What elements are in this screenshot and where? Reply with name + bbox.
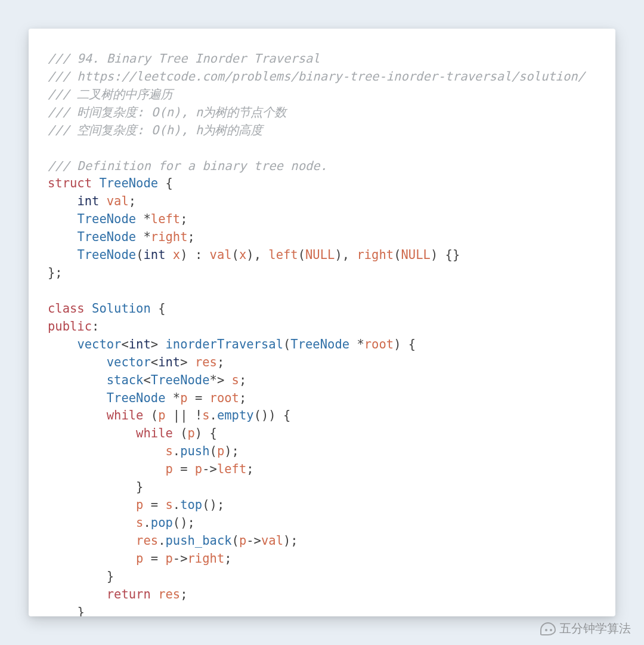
punct: } <box>77 605 84 616</box>
comment-line: /// 空间复杂度: O(h), h为树的高度 <box>48 123 262 137</box>
punct: . <box>173 444 180 458</box>
id-s: s <box>232 373 239 387</box>
punct: , <box>342 248 349 262</box>
punct: ; <box>290 533 298 548</box>
op-arrow: -> <box>173 551 188 566</box>
kw-int: int <box>158 355 180 369</box>
type-treenode: TreeNode <box>99 176 158 190</box>
punct: . <box>210 408 217 422</box>
id-left: left <box>217 462 246 476</box>
punct: ) <box>335 248 342 262</box>
id-right: right <box>188 551 225 566</box>
punct: ( <box>283 337 290 351</box>
op-star: * <box>357 337 364 351</box>
type-solution: Solution <box>92 301 151 316</box>
kw-int: int <box>129 337 151 351</box>
id-p: p <box>165 462 172 476</box>
comment-line: /// https://leetcode.com/problems/binary… <box>48 69 585 84</box>
punct: ; <box>232 444 239 458</box>
op-eq: = <box>151 551 158 566</box>
kw-return: return <box>107 587 151 601</box>
id-x: x <box>239 248 246 262</box>
id-right: right <box>357 248 394 262</box>
punct: } <box>136 480 143 494</box>
id-res: res <box>158 587 180 601</box>
id-val: val <box>210 248 232 262</box>
kw-public: public <box>48 319 92 334</box>
kw-class: class <box>48 301 85 316</box>
kw-while: while <box>136 426 173 440</box>
op-not: ! <box>195 408 202 422</box>
punct: ) <box>180 248 187 262</box>
punct: ; <box>239 373 246 387</box>
type-treenode: TreeNode <box>77 248 136 262</box>
code-card: /// 94. Binary Tree Inorder Traversal //… <box>29 29 615 616</box>
punct: () <box>173 516 188 530</box>
punct: ; <box>217 498 224 512</box>
punct: > <box>217 373 224 387</box>
punct: . <box>143 516 150 530</box>
type-treenode: TreeNode <box>77 230 136 244</box>
id-x: x <box>173 248 180 262</box>
id-right: right <box>151 230 188 244</box>
type-stack: stack <box>107 373 144 387</box>
op-arrow: -> <box>246 533 261 548</box>
op-star: * <box>173 391 180 405</box>
punct: () <box>202 498 217 512</box>
id-p: p <box>158 408 165 422</box>
punct: < <box>121 337 128 351</box>
punct: ; <box>129 194 136 208</box>
punct: > <box>151 337 158 351</box>
watermark: 五分钟学算法 <box>540 621 631 637</box>
id-p: p <box>217 444 224 458</box>
id-left: left <box>268 248 298 262</box>
id-p: p <box>165 551 172 566</box>
op-eq: = <box>180 462 187 476</box>
punct: ; <box>217 355 224 369</box>
fn-pop: pop <box>151 516 173 530</box>
fn-inorder: inorderTraversal <box>166 337 283 351</box>
type-vector: vector <box>107 355 151 369</box>
punct: }; <box>48 266 63 280</box>
op-eq: = <box>151 498 158 512</box>
punct: { <box>283 408 290 422</box>
fn-empty: empty <box>217 408 254 422</box>
punct: ) <box>394 337 401 351</box>
kw-while: while <box>107 408 144 422</box>
id-val: val <box>107 194 129 208</box>
punct: ( <box>210 444 217 458</box>
type-treenode: TreeNode <box>77 212 136 226</box>
punct: > <box>180 355 187 369</box>
punct: ) <box>246 248 253 262</box>
punct: ; <box>224 551 231 566</box>
punct: ( <box>180 426 187 440</box>
id-p: p <box>136 551 143 566</box>
kw-struct: struct <box>48 176 92 190</box>
punct: ( <box>136 248 143 262</box>
punct: ; <box>180 587 187 601</box>
op-star: * <box>210 373 217 387</box>
null-literal: NULL <box>305 248 335 262</box>
punct: ) <box>195 426 202 440</box>
speech-bubble-icon <box>540 622 556 635</box>
punct: < <box>143 373 150 387</box>
id-res: res <box>136 533 158 548</box>
id-p: p <box>188 426 195 440</box>
id-p: p <box>239 533 246 548</box>
id-s: s <box>165 498 172 512</box>
punct: : <box>92 319 99 334</box>
punct: , <box>254 248 261 262</box>
punct: ; <box>246 462 253 476</box>
op-eq: = <box>195 391 202 405</box>
punct: : <box>195 248 202 262</box>
id-left: left <box>151 212 180 226</box>
code-block: /// 94. Binary Tree Inorder Traversal //… <box>48 50 596 616</box>
punct: { <box>408 337 416 351</box>
op-or: || <box>173 408 188 422</box>
id-p: p <box>195 462 202 476</box>
id-p: p <box>136 498 143 512</box>
punct: { <box>158 301 165 316</box>
punct: ( <box>232 248 239 262</box>
id-res: res <box>195 355 217 369</box>
comment-line: /// 二叉树的中序遍历 <box>48 87 172 101</box>
